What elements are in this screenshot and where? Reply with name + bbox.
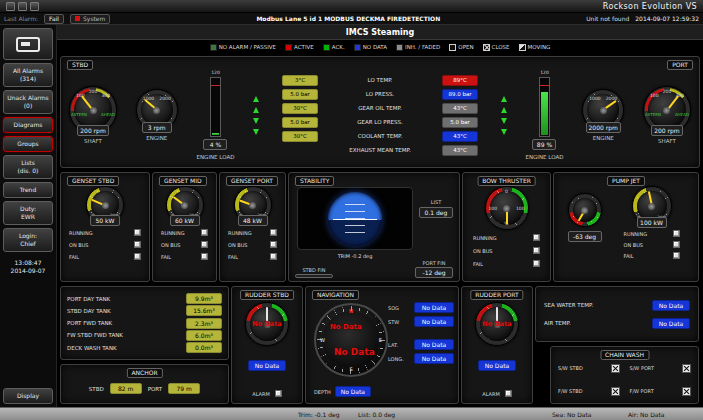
bottom-status-bar: Trim: -0.1 deg List: 0.0 deg Sea: No Dat… [0,407,703,420]
sidebar-item-login[interactable]: Login: Chief [3,228,53,252]
sidebar-item-display[interactable]: Display [3,388,53,404]
port-engine-value: 2000 rpm [586,122,621,133]
system-badge[interactable]: System [70,14,110,24]
port-gear-oil-temp: 43°C [442,103,478,114]
moving-swatch-icon [519,44,526,51]
chain-wash-item: S/W PORT [630,364,692,373]
sidebar-item-unack-alarms[interactable]: Unack Alarms (0) [3,90,53,114]
window-icon[interactable] [30,2,39,11]
port-load-value: 89 % [532,139,556,150]
pump-jet-power: 0 200 100 kW RUNNING ON BUS FAIL [619,186,685,261]
sidebar: All Alarms (314) Unack Alarms (0) Diagra… [0,25,57,407]
stbd-load-bar [210,77,221,137]
speaker-icon[interactable] [18,2,27,11]
alarm-checkbox[interactable] [505,390,512,397]
rudder-port-value: No Data [478,360,516,371]
artificial-horizon [328,192,382,246]
closed-valve-icon[interactable] [611,364,620,373]
closed-valve-icon[interactable] [611,387,620,396]
on-bus-checkbox[interactable] [533,247,540,254]
anchor-panel: ANCHOR STBD 82 m PORT 79 m [60,364,229,404]
anchor-stbd-label: STBD [89,386,104,392]
stbd-load-value: 4 % [203,139,227,150]
sidebar-item-all-alarms[interactable]: All Alarms (314) [3,63,53,87]
stbd-engine: 1000 2000 3 rpm ENGINE [136,89,178,141]
stw-value: No Data [414,316,454,327]
running-checkbox[interactable] [673,230,680,237]
sidebar-item-trend[interactable]: Trend [3,182,53,198]
running-checkbox[interactable] [533,234,540,241]
sog-value: No Data [414,302,454,313]
port-trend-arrows [501,96,507,135]
air-status: Air: No Data [628,411,664,418]
list-readout: LIST 0.1 deg [417,199,455,218]
genset-port-value: 48 kW [238,215,268,226]
down-arrow-icon [501,118,507,124]
sidebar-item-duty[interactable]: Duty: EWR [3,201,53,225]
up-arrow-icon [501,107,507,113]
on-bus-checkbox[interactable] [673,241,680,248]
stbd-gear-lo-press: 5.0 bar [282,117,318,128]
pump-jet-angle-gauge [568,193,602,227]
menu-icon[interactable] [6,2,15,11]
tank-row: DECK WASH TANK 0.0m³ [67,342,222,353]
fail-badge[interactable]: Fail [44,14,64,24]
last-alarm-label: Last Alarm: [4,15,38,22]
fail-checkbox[interactable] [270,253,277,260]
propulsion-readouts: 3°C LO TEMP. 89°C 5.0 bar LO PRESS. 89.0… [278,75,482,156]
bow-thruster-gauge: 100 0 100 % [485,186,529,230]
running-checkbox[interactable] [201,229,208,236]
sidebar-item-lists[interactable]: Lists (dis. 0) [3,155,53,179]
depth-value: No Data [335,386,371,397]
fail-checkbox[interactable] [673,252,680,259]
stbd-lo-temp: 3°C [282,75,318,86]
open-swatch-icon [449,44,456,51]
legend-no-data: NO DATA [363,44,387,50]
on-bus-checkbox[interactable] [134,241,141,248]
tank-value: 6.0m³ [186,330,222,341]
stbd-gear-oil-temp: 30°C [282,103,318,114]
bridge-icon [16,37,40,52]
genset-mid-panel: GENSET MID 0 200 60 kW RUNNING ON BUS FA… [152,172,217,282]
port-fin-value: -12 deg [415,267,453,278]
unit-status: Unit not found [586,15,629,22]
environment-panel: SEA WATER TEMP. No Data AIR TEMP. No Dat… [535,286,699,342]
fail-checkbox[interactable] [134,253,141,260]
tank-row: PORT DAY TANK 9.9m³ [67,293,222,304]
up-arrow-icon [501,96,507,102]
tank-value: 15.6m³ [186,305,222,316]
genset-stbd-panel: GENSET STBD 0 200 50 kW RUNNING ON BUS F… [60,172,150,282]
sidebar-item-groups[interactable]: Groups [3,136,53,152]
legend-open: OPEN [458,44,473,50]
alarm-checkbox[interactable] [275,390,282,397]
sidebar-clock: 13:08:47 2014-09-07 [3,255,53,279]
legend-close: CLOSE [492,44,510,50]
on-bus-checkbox[interactable] [270,241,277,248]
down-arrow-icon [253,129,259,135]
on-bus-checkbox[interactable] [201,241,208,248]
sidebar-item-diagrams[interactable]: Diagrams [3,117,53,133]
overview-button[interactable] [3,28,53,60]
compass: N E S W [314,303,388,377]
list-status: List: 0.0 deg [358,411,395,418]
page-title: IMCS Steaming [57,25,703,40]
chain-wash-item: F/W PORT [630,387,692,396]
up-arrow-icon [253,96,259,102]
fail-checkbox[interactable] [201,253,208,260]
bow-thruster-panel: BOW THRUSTER 100 0 100 % RUNNING ON BUS … [462,172,551,282]
no-alarm-swatch-icon [210,44,217,51]
running-checkbox[interactable] [134,229,141,236]
rudder-port-panel: RUDDER PORT No Data No Data ALARM [461,286,533,404]
alarm-message: Modbus Lane 5 id 1 MODBUS DECKMA FIREDET… [116,15,580,22]
rudder-stbd-value: No Data [248,360,286,371]
fail-checkbox[interactable] [533,260,540,267]
closed-valve-icon[interactable] [682,364,691,373]
running-checkbox[interactable] [270,229,277,236]
closed-valve-icon[interactable] [682,387,691,396]
tank-row: PORT FWD TANK 2.3m³ [67,318,222,329]
pump-jet-power-value: 100 kW [637,217,667,228]
status-bar: Last Alarm: Fail System Modbus Lane 5 id… [0,13,703,25]
sea-status: Sea: No Data [552,411,592,418]
tank-row: STBD DAY TANK 15.6m³ [67,305,222,316]
pump-jet-angle: -63 deg [568,193,602,242]
